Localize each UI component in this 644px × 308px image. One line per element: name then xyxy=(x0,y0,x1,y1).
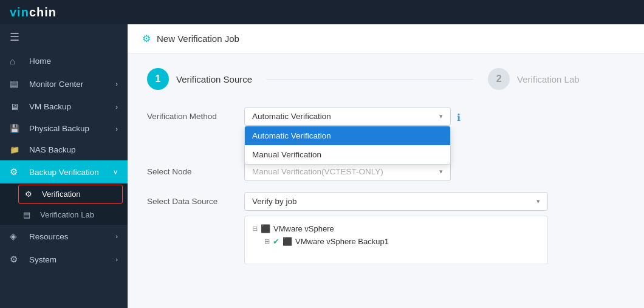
tree-root-label: VMware vSphere xyxy=(273,224,334,233)
step-2-circle: 2 xyxy=(488,68,510,90)
vm-backup-icon: ⬛ xyxy=(283,237,292,246)
sidebar-item-monitor-center[interactable]: ▤ Monitor Center › xyxy=(0,72,128,95)
physical-icon: 💾 xyxy=(10,124,23,133)
verification-sub-icon: ⚙ xyxy=(25,190,37,199)
resources-icon: ◈ xyxy=(10,231,23,242)
sidebar: ☰ ⌂ Home ▤ Monitor Center › 🖥 VM Backup … xyxy=(0,24,128,308)
sidebar-sub-menu: ⚙ Verification ▤ Verification Lab xyxy=(0,183,128,225)
select-data-source-value: Verify by job xyxy=(252,197,297,206)
verification-icon: ⚙ xyxy=(10,166,23,177)
sidebar-item-label: Backup Verification xyxy=(29,168,99,177)
sidebar-item-label: Home xyxy=(29,56,51,66)
sidebar-item-label: Resources xyxy=(29,232,69,241)
sidebar-sub-item-label: Verification xyxy=(42,190,81,199)
expand-icon: ⊞ xyxy=(264,238,270,245)
sidebar-item-label: System xyxy=(29,255,57,264)
sidebar-item-physical-backup[interactable]: 💾 Physical Backup › xyxy=(0,118,128,139)
system-icon: ⚙ xyxy=(10,254,23,265)
dropdown-option-automatic[interactable]: Automatic Verification xyxy=(245,126,450,145)
select-data-source-select[interactable]: Verify by job ▾ xyxy=(244,192,548,211)
chevron-right-icon: › xyxy=(115,125,118,132)
verification-method-value: Automatic Verification xyxy=(252,112,331,121)
sidebar-item-backup-verification[interactable]: ⚙ Backup Verification ∨ xyxy=(0,160,128,183)
select-node-label: Select Node xyxy=(147,162,244,176)
select-node-select[interactable]: Manual Verification(VCTEST-ONLY) ▾ xyxy=(244,162,451,181)
vm-icon: 🖥 xyxy=(10,101,23,112)
verification-method-dropdown: Automatic Verification Manual Verificati… xyxy=(244,126,451,165)
verification-method-row: Verification Method Automatic Verificati… xyxy=(147,107,625,126)
sidebar-item-verification-lab[interactable]: ▤ Verification Lab xyxy=(0,205,128,225)
page-title: New Verification Job xyxy=(157,33,239,44)
step-line xyxy=(267,79,473,80)
sidebar-item-system[interactable]: ⚙ System › xyxy=(0,248,128,271)
sidebar-item-label: VM Backup xyxy=(29,102,71,111)
steps-bar: 1 Verification Source 2 Verification Lab xyxy=(147,68,625,90)
step-2-label: Verification Lab xyxy=(517,74,580,84)
sidebar-item-verification[interactable]: ⚙ Verification xyxy=(18,185,123,204)
home-icon: ⌂ xyxy=(10,56,23,66)
chevron-down-icon: ∨ xyxy=(113,168,118,176)
nas-icon: 📁 xyxy=(10,145,23,154)
collapse-icon: ⊟ xyxy=(252,225,258,233)
chevron-right-icon: › xyxy=(115,233,118,240)
monitor-icon: ▤ xyxy=(10,78,23,89)
sidebar-toggle[interactable]: ☰ xyxy=(0,24,128,50)
header-icon: ⚙ xyxy=(142,33,151,44)
select-node-row: Select Node Manual Verification(VCTEST-O… xyxy=(147,162,625,181)
step-1-label: Verification Source xyxy=(176,74,252,84)
tree-root-item[interactable]: ⊟ ⬛ VMware vSphere xyxy=(252,222,540,235)
dropdown-arrow-icon: ▾ xyxy=(439,168,443,176)
tree-child-item[interactable]: ⊞ ✔ ⬛ VMware vSphere Backup1 xyxy=(264,235,540,248)
select-node-value: Manual Verification(VCTEST-ONLY) xyxy=(252,167,383,176)
main-body: 1 Verification Source 2 Verification Lab… xyxy=(128,53,644,308)
vm-sphere-icon: ⬛ xyxy=(261,224,270,233)
sidebar-item-resources[interactable]: ◈ Resources › xyxy=(0,225,128,248)
check-icon: ✔ xyxy=(273,237,279,246)
select-data-source-control: Verify by job ▾ ⊟ ⬛ VMware vSphere xyxy=(244,192,548,264)
step-1: 1 Verification Source xyxy=(147,68,252,90)
logo-prefix: vin xyxy=(10,5,29,19)
dropdown-arrow-icon: ▾ xyxy=(439,112,443,120)
select-node-control: Manual Verification(VCTEST-ONLY) ▾ xyxy=(244,162,451,181)
verification-method-select[interactable]: Automatic Verification ▾ xyxy=(244,107,451,126)
chevron-right-icon: › xyxy=(115,103,118,111)
chevron-right-icon: › xyxy=(115,80,118,87)
select-data-source-row: Select Data Source Verify by job ▾ ⊟ ⬛ V… xyxy=(147,192,625,264)
sidebar-item-label: NAS Backup xyxy=(29,145,76,154)
select-data-source-label: Select Data Source xyxy=(147,192,244,206)
tree-child-label: VMware vSphere Backup1 xyxy=(295,237,389,246)
main-header: ⚙ New Verification Job xyxy=(128,24,644,53)
logo-suffix: chin xyxy=(29,5,57,19)
sidebar-item-label: Monitor Center xyxy=(29,80,83,89)
lab-icon: ▤ xyxy=(23,210,35,219)
sidebar-item-home[interactable]: ⌂ Home xyxy=(0,50,128,72)
topbar: vinchin xyxy=(0,0,644,24)
step-1-circle: 1 xyxy=(147,68,169,90)
verification-method-label: Verification Method xyxy=(147,107,244,121)
sidebar-item-label: Physical Backup xyxy=(29,124,89,133)
sidebar-item-vm-backup[interactable]: 🖥 VM Backup › xyxy=(0,95,128,118)
step-2: 2 Verification Lab xyxy=(488,68,580,90)
sidebar-item-nas-backup[interactable]: 📁 NAS Backup xyxy=(0,139,128,160)
sidebar-sub-item-label: Verification Lab xyxy=(40,210,94,219)
verification-method-control: Automatic Verification ▾ Automatic Verif… xyxy=(244,107,451,126)
main-content: ⚙ New Verification Job 1 Verification So… xyxy=(128,24,644,308)
logo: vinchin xyxy=(10,5,57,19)
info-icon: ℹ xyxy=(457,107,461,123)
chevron-right-icon: › xyxy=(115,256,118,263)
dropdown-option-manual[interactable]: Manual Verification xyxy=(245,145,450,164)
data-source-tree: ⊟ ⬛ VMware vSphere ⊞ ✔ ⬛ VMware vSphere … xyxy=(244,216,548,264)
dropdown-arrow-icon: ▾ xyxy=(536,197,540,205)
